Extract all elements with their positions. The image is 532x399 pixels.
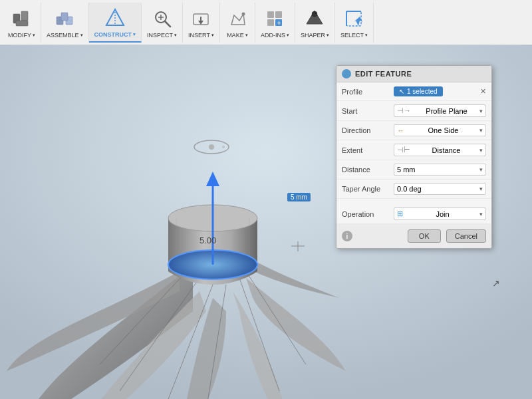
svg-rect-18	[275, 11, 282, 18]
direction-label: Direction	[342, 126, 394, 134]
toolbar-select[interactable]: SELECT ▾	[335, 3, 374, 43]
cancel-button[interactable]: Cancel	[446, 229, 486, 243]
distance-row: Distance 5 mm ▾	[336, 160, 491, 180]
operation-dropdown-arrow: ▾	[479, 211, 483, 217]
cursor-icon: ↖	[399, 88, 404, 95]
taper-angle-value[interactable]: 0.0 deg ▾	[394, 183, 486, 195]
extent-row: Extent ⊣⊢ Distance ▾	[336, 140, 491, 160]
inspect-icon	[150, 7, 174, 31]
svg-text:+: +	[277, 20, 281, 27]
taper-angle-dropdown-arrow: ▾	[479, 186, 483, 192]
assemble-label: ASSEMBLE ▾	[47, 32, 83, 39]
toolbar: MODIFY ▾ ASSEMBLE ▾ CONSTRUCT	[0, 0, 532, 45]
toolbar-addins[interactable]: + ADD-INS ▾	[255, 3, 295, 43]
select-icon	[342, 7, 366, 31]
extent-label: Extent	[342, 146, 394, 154]
toolbar-inspect[interactable]: INSPECT ▾	[142, 3, 183, 43]
profile-selected-btn[interactable]: ↖ 1 selected	[394, 86, 443, 96]
operation-value[interactable]: ⊞ Join ▾	[394, 207, 486, 220]
taper-angle-row: Taper Angle 0.0 deg ▾	[336, 180, 491, 199]
make-icon	[225, 7, 249, 31]
construct-icon	[103, 6, 127, 30]
profile-row: Profile ↖ 1 selected ✕	[336, 82, 491, 101]
toolbar-assemble[interactable]: ASSEMBLE ▾	[41, 3, 89, 43]
start-icon: ⊣→	[397, 106, 411, 115]
svg-marker-27	[354, 17, 362, 26]
direction-icon: ↔	[397, 126, 404, 134]
modify-icon	[10, 7, 34, 31]
svg-rect-2	[16, 21, 28, 26]
toolbar-construct[interactable]: CONSTRUCT ▾	[89, 3, 142, 43]
cursor-indicator: ↗	[492, 278, 500, 289]
assemble-icon	[53, 7, 76, 31]
svg-marker-15	[198, 21, 203, 25]
start-row: Start ⊣→ Profile Plane ▾	[336, 101, 491, 121]
operation-row: Operation ⊞ Join ▾	[336, 204, 491, 224]
direction-row: Direction ↔ One Side ▾	[336, 121, 491, 140]
direction-dropdown-arrow: ▾	[479, 127, 483, 134]
make-label: MAKE ▾	[227, 32, 248, 39]
addins-label: ADD-INS ▾	[261, 32, 289, 39]
extent-value[interactable]: ⊣⊢ Distance ▾	[394, 144, 486, 156]
profile-clear-btn[interactable]: ✕	[480, 87, 486, 96]
start-dropdown-arrow: ▾	[479, 108, 483, 114]
ok-button[interactable]: OK	[408, 229, 441, 243]
svg-rect-1	[21, 11, 28, 21]
distance-label: 5 mm	[287, 193, 311, 201]
svg-text:5.00: 5.00	[200, 235, 216, 245]
canvas-area[interactable]: 5.00 5 mm EDIT FEATURE Profile ↖ 1 selec…	[0, 45, 532, 399]
svg-point-23	[312, 11, 317, 17]
taper-angle-dropdown[interactable]: 0.0 deg ▾	[394, 183, 486, 195]
start-value[interactable]: ⊣→ Profile Plane ▾	[394, 104, 486, 117]
toolbar-insert[interactable]: INSERT ▾	[183, 3, 220, 43]
dialog-spacer	[336, 199, 491, 204]
operation-dropdown[interactable]: ⊞ Join ▾	[394, 207, 486, 220]
direction-value[interactable]: ↔ One Side ▾	[394, 124, 486, 136]
svg-rect-5	[61, 13, 68, 21]
construct-label: CONSTRUCT ▾	[94, 31, 136, 38]
start-dropdown[interactable]: ⊣→ Profile Plane ▾	[394, 104, 486, 117]
operation-label: Operation	[342, 210, 394, 218]
svg-point-31	[222, 146, 225, 148]
distance-dropdown-arrow: ▾	[479, 166, 483, 173]
dialog-header-icon	[342, 69, 351, 78]
profile-value[interactable]: ↖ 1 selected ✕	[394, 86, 486, 96]
toolbar-modify[interactable]: MODIFY ▾	[3, 3, 41, 43]
svg-rect-17	[267, 11, 274, 18]
distance-value[interactable]: 5 mm ▾	[394, 164, 486, 176]
toolbar-make[interactable]: MAKE ▾	[220, 3, 255, 43]
dialog-title: EDIT FEATURE	[355, 70, 412, 78]
dialog-header: EDIT FEATURE	[336, 66, 491, 82]
svg-rect-19	[267, 19, 274, 26]
addins-icon: +	[263, 7, 287, 31]
extent-dropdown-arrow: ▾	[479, 147, 483, 154]
shaper-label: SHAPER ▾	[301, 32, 329, 39]
info-icon: i	[342, 231, 352, 241]
distance-dropdown[interactable]: 5 mm ▾	[394, 164, 486, 176]
dialog-footer: i OK Cancel	[336, 224, 491, 248]
svg-line-10	[165, 21, 170, 27]
insert-label: INSERT ▾	[188, 32, 214, 39]
distance-label-field: Distance	[342, 166, 394, 174]
shaper-icon	[303, 7, 327, 31]
insert-icon	[189, 7, 213, 31]
inspect-label: INSPECT ▾	[147, 32, 177, 39]
extent-icon: ⊣⊢	[397, 146, 410, 154]
direction-dropdown[interactable]: ↔ One Side ▾	[394, 124, 486, 136]
select-label: SELECT ▾	[340, 32, 368, 39]
modify-label: MODIFY ▾	[8, 32, 35, 39]
profile-label: Profile	[342, 88, 394, 96]
edit-feature-dialog: EDIT FEATURE Profile ↖ 1 selected ✕ Star…	[336, 65, 492, 249]
svg-point-16	[241, 12, 245, 15]
taper-angle-label: Taper Angle	[342, 185, 394, 193]
svg-point-30	[209, 144, 214, 150]
operation-icon: ⊞	[397, 209, 403, 218]
toolbar-shaper[interactable]: SHAPER ▾	[295, 3, 335, 43]
start-label: Start	[342, 107, 394, 115]
extent-dropdown[interactable]: ⊣⊢ Distance ▾	[394, 144, 486, 156]
